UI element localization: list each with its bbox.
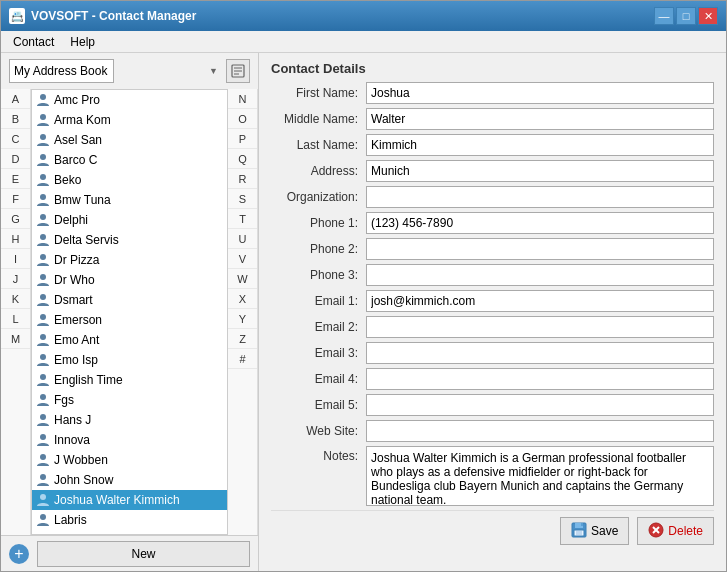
contact-name: Dr Pizza [54, 253, 99, 267]
input-phone1[interactable] [366, 212, 714, 234]
input-email2[interactable] [366, 316, 714, 338]
contact-item-delphi[interactable]: Delphi [32, 210, 227, 230]
alpha-R[interactable]: R [228, 169, 257, 189]
contact-item-hans-j[interactable]: Hans J [32, 410, 227, 430]
contact-item-joshua-walter-kimmich[interactable]: Joshua Walter Kimmich [32, 490, 227, 510]
contact-name: Dr Who [54, 273, 95, 287]
contact-item-dsmart[interactable]: Dsmart [32, 290, 227, 310]
alpha-hash[interactable]: # [228, 349, 257, 369]
contact-item-emerson[interactable]: Emerson [32, 310, 227, 330]
minimize-button[interactable]: — [654, 7, 674, 25]
input-last-name[interactable] [366, 134, 714, 156]
alpha-P[interactable]: P [228, 129, 257, 149]
contact-item-john-snow[interactable]: John Snow [32, 470, 227, 490]
alpha-C[interactable]: C [1, 129, 30, 149]
window-title: VOVSOFT - Contact Manager [31, 9, 196, 23]
close-button[interactable]: ✕ [698, 7, 718, 25]
input-address[interactable] [366, 160, 714, 182]
svg-point-14 [40, 294, 46, 300]
input-email5[interactable] [366, 394, 714, 416]
contact-item-asel-san[interactable]: Asel San [32, 130, 227, 150]
alpha-O[interactable]: O [228, 109, 257, 129]
input-email1[interactable] [366, 290, 714, 312]
input-middle-name[interactable] [366, 108, 714, 130]
label-email3: Email 3: [271, 346, 366, 360]
contact-form: First Name:Middle Name:Last Name:Address… [271, 82, 714, 442]
person-icon [36, 393, 50, 407]
alpha-S[interactable]: S [228, 189, 257, 209]
delete-button[interactable]: Delete [637, 517, 714, 545]
contact-item-j-wobben[interactable]: J Wobben [32, 450, 227, 470]
alpha-E[interactable]: E [1, 169, 30, 189]
contact-name: Fgs [54, 393, 74, 407]
alpha-M[interactable]: M [1, 329, 30, 349]
input-website[interactable] [366, 420, 714, 442]
input-first-name[interactable] [366, 82, 714, 104]
input-email3[interactable] [366, 342, 714, 364]
alpha-D[interactable]: D [1, 149, 30, 169]
contact-item-amc-pro[interactable]: Amc Pro [32, 90, 227, 110]
contact-item-lg-444[interactable]: Lg 444 [32, 530, 227, 535]
alpha-W[interactable]: W [228, 269, 257, 289]
input-organization[interactable] [366, 186, 714, 208]
alpha-H[interactable]: H [1, 229, 30, 249]
alpha-B[interactable]: B [1, 109, 30, 129]
alpha-Y[interactable]: Y [228, 309, 257, 329]
alpha-F[interactable]: F [1, 189, 30, 209]
field-row-email1: Email 1: [271, 290, 714, 312]
contact-item-bmw-tuna[interactable]: Bmw Tuna [32, 190, 227, 210]
alpha-V[interactable]: V [228, 249, 257, 269]
contact-name: Barco C [54, 153, 97, 167]
alpha-U[interactable]: U [228, 229, 257, 249]
alpha-Z[interactable]: Z [228, 329, 257, 349]
contact-item-dr-pizza[interactable]: Dr Pizza [32, 250, 227, 270]
maximize-button[interactable]: □ [676, 7, 696, 25]
alpha-X[interactable]: X [228, 289, 257, 309]
person-icon [36, 153, 50, 167]
contact-list[interactable]: Amc ProArma KomAsel SanBarco CBekoBmw Tu… [31, 89, 228, 535]
contact-item-emo-ant[interactable]: Emo Ant [32, 330, 227, 350]
input-email4[interactable] [366, 368, 714, 390]
address-book-select[interactable]: My Address Book [9, 59, 114, 83]
contact-item-barco-c[interactable]: Barco C [32, 150, 227, 170]
edit-address-book-button[interactable] [226, 59, 250, 83]
person-icon [36, 293, 50, 307]
alpha-N[interactable]: N [228, 89, 257, 109]
contact-item-innova[interactable]: Innova [32, 430, 227, 450]
alpha-T[interactable]: T [228, 209, 257, 229]
alpha-I[interactable]: I [1, 249, 30, 269]
contact-item-labris[interactable]: Labris [32, 510, 227, 530]
new-button[interactable]: New [37, 541, 250, 567]
label-email1: Email 1: [271, 294, 366, 308]
alpha-L[interactable]: L [1, 309, 30, 329]
save-button[interactable]: Save [560, 517, 629, 545]
contact-item-fgs[interactable]: Fgs [32, 390, 227, 410]
svg-rect-31 [581, 523, 583, 526]
field-row-phone2: Phone 2: [271, 238, 714, 260]
menu-contact[interactable]: Contact [5, 33, 62, 51]
input-phone2[interactable] [366, 238, 714, 260]
alpha-nav-right: N O P Q R S T U V W X Y Z # [228, 89, 258, 535]
alpha-J[interactable]: J [1, 269, 30, 289]
notes-textarea[interactable] [366, 446, 714, 506]
address-book-header: My Address Book [1, 53, 258, 89]
contact-name: Innova [54, 433, 90, 447]
svg-point-19 [40, 394, 46, 400]
add-contact-button[interactable]: + [9, 544, 29, 564]
alpha-K[interactable]: K [1, 289, 30, 309]
contact-item-delta-servis[interactable]: Delta Servis [32, 230, 227, 250]
contact-item-english-time[interactable]: English Time [32, 370, 227, 390]
save-disk-icon [571, 522, 587, 541]
input-phone3[interactable] [366, 264, 714, 286]
contact-item-dr-who[interactable]: Dr Who [32, 270, 227, 290]
svg-point-18 [40, 374, 46, 380]
alpha-G[interactable]: G [1, 209, 30, 229]
person-icon [36, 373, 50, 387]
alpha-A[interactable]: A [1, 89, 30, 109]
contact-item-beko[interactable]: Beko [32, 170, 227, 190]
contact-item-arma-kom[interactable]: Arma Kom [32, 110, 227, 130]
menu-help[interactable]: Help [62, 33, 103, 51]
alpha-Q[interactable]: Q [228, 149, 257, 169]
person-icon [36, 433, 50, 447]
contact-item-emo-isp[interactable]: Emo Isp [32, 350, 227, 370]
